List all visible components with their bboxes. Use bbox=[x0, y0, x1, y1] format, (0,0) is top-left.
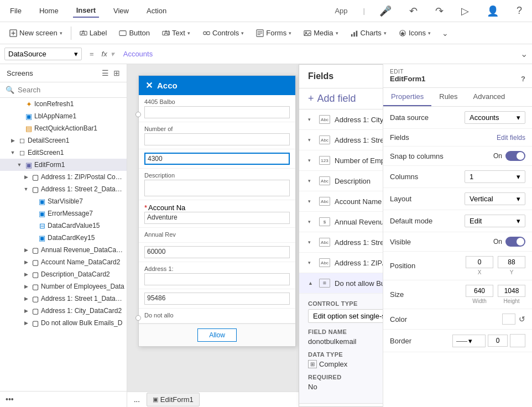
form-field-value-60000[interactable]: 60000 bbox=[144, 246, 290, 258]
charts-button[interactable]: Charts ▾ bbox=[346, 26, 392, 40]
field-item-addr-city[interactable]: ▾ Abc Address 1: City bbox=[299, 109, 383, 130]
control-type-select[interactable]: Edit option set single-select ▾ bbox=[308, 309, 383, 323]
color-swatch[interactable] bbox=[502, 314, 515, 325]
tree-item-description[interactable]: ▶ ▢ Description_DataCard2 bbox=[0, 268, 127, 280]
button-button[interactable]: Button bbox=[114, 26, 155, 40]
undo-icon[interactable]: ↶ bbox=[406, 5, 421, 17]
forms-button[interactable]: Forms ▾ bbox=[251, 26, 296, 40]
position-y-input[interactable] bbox=[498, 256, 525, 268]
play-icon[interactable]: ▷ bbox=[458, 5, 472, 17]
form-field-value-95486[interactable]: 95486 bbox=[144, 293, 290, 305]
tree-item-iconrefresh[interactable]: ✦ IconRefresh1 bbox=[0, 98, 127, 110]
label-button[interactable]: A Label bbox=[75, 26, 112, 40]
tree-expand-icon[interactable]: ▶ bbox=[22, 173, 30, 181]
tree-expand-icon[interactable]: ▼ bbox=[15, 161, 23, 169]
add-field-button[interactable]: + Add field ••• bbox=[299, 88, 383, 109]
bottom-tab-editform1[interactable]: ▣ EditForm1 bbox=[147, 393, 200, 406]
microphone-icon[interactable]: 🎤 bbox=[376, 5, 395, 17]
snap-toggle[interactable] bbox=[505, 151, 525, 161]
toolbar-more-button[interactable]: ⌄ bbox=[438, 26, 452, 40]
form-field-value-4300[interactable]: 4300 bbox=[144, 153, 290, 165]
tree-item-addrzip[interactable]: ▶ ▢ Address 1: ZIP/Postal Code_ bbox=[0, 171, 127, 183]
menu-view[interactable]: View bbox=[110, 4, 132, 17]
tree-item-annualrev[interactable]: ▶ ▢ Annual Revenue_DataCard2 bbox=[0, 244, 127, 256]
list-view-icon[interactable]: ☰ bbox=[102, 69, 109, 77]
tree-expand-icon[interactable]: ▼ bbox=[9, 149, 17, 156]
field-item-annualrev[interactable]: ▾ $ Annual Revenue bbox=[299, 212, 383, 232]
media-button[interactable]: Media ▾ bbox=[299, 26, 343, 40]
field-item-numemployees[interactable]: ▾ 123 Number of Employees bbox=[299, 150, 383, 171]
tree-item-starvisible[interactable]: ▣ StarVisible7 bbox=[0, 195, 127, 207]
tree-item-addrcity[interactable]: ▶ ▢ Address 1: City_DataCard2 bbox=[0, 305, 127, 317]
tree-item-donotallow[interactable]: ▶ ▢ Do not allow Bulk Emails_D bbox=[0, 317, 127, 329]
new-screen-button[interactable]: New screen ▾ bbox=[4, 26, 67, 40]
allow-button[interactable]: Allow bbox=[197, 328, 237, 342]
edit-fields-link[interactable]: Edit fields bbox=[497, 134, 525, 142]
size-width-input[interactable] bbox=[466, 285, 493, 297]
layout-dropdown[interactable]: Vertical ▾ bbox=[465, 192, 525, 205]
field-item-accountname[interactable]: ▾ Abc Account Name bbox=[299, 191, 383, 212]
form-field-value-1[interactable] bbox=[144, 106, 290, 118]
tree-item-addrstreet2[interactable]: ▼ ▢ Address 1: Street 2_DataCar bbox=[0, 183, 127, 195]
tree-expand-icon[interactable]: ▶ bbox=[22, 283, 30, 290]
form-field-value-description[interactable] bbox=[144, 180, 290, 196]
border-color-swatch[interactable] bbox=[510, 334, 525, 347]
form-field-value-numemployees[interactable] bbox=[144, 133, 290, 145]
field-item-addr-street1[interactable]: ▾ Abc Address 1: Street 1 bbox=[299, 130, 383, 150]
formula-expand-icon[interactable]: ⌄ bbox=[520, 49, 528, 59]
controls-button[interactable]: Controls ▾ bbox=[197, 26, 249, 40]
tree-item-editform[interactable]: ▼ ▣ EditForm1 bbox=[0, 159, 127, 171]
form-field-value-accountname[interactable]: Adventure bbox=[144, 212, 290, 224]
user-icon[interactable]: 👤 bbox=[483, 5, 502, 17]
grid-view-icon[interactable]: ⊞ bbox=[113, 69, 120, 77]
tree-expand-icon[interactable]: ▶ bbox=[22, 307, 30, 315]
tree-item-addrstreet1[interactable]: ▶ ▢ Address 1: Street 1_DataCard bbox=[0, 293, 127, 305]
icons-button[interactable]: Icons ▾ bbox=[394, 26, 436, 40]
bottom-more-button[interactable]: ... bbox=[134, 395, 140, 404]
border-style-dropdown[interactable]: —— ▾ bbox=[452, 335, 486, 347]
tree-item-lblappname[interactable]: ▣ LblAppName1 bbox=[0, 110, 127, 122]
menu-file[interactable]: File bbox=[7, 4, 25, 17]
tree-item-datacardval[interactable]: ⊟ DataCardValue15 bbox=[0, 220, 127, 232]
menu-home[interactable]: Home bbox=[36, 4, 62, 17]
field-item-description[interactable]: ▾ Abc Description bbox=[299, 171, 383, 191]
size-height-input[interactable] bbox=[498, 285, 525, 297]
text-button[interactable]: Ab Text ▾ bbox=[157, 26, 195, 40]
tree-item-numemployees[interactable]: ▶ ▢ Number of Employees_Data bbox=[0, 280, 127, 293]
field-item-addr-street2[interactable]: ▾ Abc Address 1: Street 2 bbox=[299, 232, 383, 253]
menu-insert[interactable]: Insert bbox=[73, 4, 99, 18]
visible-toggle[interactable] bbox=[505, 237, 525, 247]
formula-content[interactable]: Accounts bbox=[119, 50, 516, 58]
tree-item-detailscreen[interactable]: ▶ □ DetailScreen1 bbox=[0, 134, 127, 147]
border-width-input[interactable] bbox=[488, 335, 508, 347]
tree-expand-icon[interactable]: ▶ bbox=[22, 258, 30, 266]
position-x-input[interactable] bbox=[466, 256, 493, 268]
search-input[interactable] bbox=[18, 86, 121, 94]
tree-item-rectquick[interactable]: ▤ RectQuickActionBar1 bbox=[0, 122, 127, 134]
tree-expand-icon[interactable]: ▼ bbox=[22, 185, 30, 193]
tree-item-errormsg[interactable]: ▣ ErrorMessage7 bbox=[0, 207, 127, 220]
tab-properties[interactable]: Properties bbox=[383, 88, 431, 106]
datasource-row-dropdown[interactable]: Accounts ▾ bbox=[465, 111, 525, 124]
field-item-addr-zip[interactable]: ▾ Abc Address 1: ZIP/Postal Code bbox=[299, 253, 383, 273]
tree-item-datacardkey[interactable]: ▣ DataCardKey15 bbox=[0, 232, 127, 244]
tree-expand-icon[interactable]: ▶ bbox=[9, 137, 17, 144]
color-refresh-icon[interactable]: ↺ bbox=[519, 315, 525, 323]
defaultmode-dropdown[interactable]: Edit ▾ bbox=[465, 215, 525, 227]
tree-item-accountname[interactable]: ▶ ▢ Account Name_DataCard2 bbox=[0, 256, 127, 268]
tree-expand-icon[interactable]: ▶ bbox=[22, 295, 30, 302]
tab-rules[interactable]: Rules bbox=[431, 88, 465, 106]
help-icon[interactable]: ? bbox=[513, 5, 525, 17]
form-close-icon[interactable]: ✕ bbox=[145, 80, 153, 91]
columns-dropdown[interactable]: 1 ▾ bbox=[465, 170, 525, 183]
tree-expand-icon[interactable]: ▶ bbox=[22, 270, 30, 278]
tree-expand-icon[interactable]: ▶ bbox=[22, 319, 30, 327]
tab-advanced[interactable]: Advanced bbox=[466, 88, 513, 106]
field-item-donotallow[interactable]: ▲ ⊞ Do not allow Bulk Emails ••• bbox=[299, 273, 383, 294]
redo-icon[interactable]: ↷ bbox=[432, 5, 447, 17]
help-icon[interactable]: ? bbox=[521, 75, 525, 83]
datasource-dropdown[interactable]: DataSource ▾ bbox=[4, 48, 82, 60]
tree-more-button[interactable]: ••• bbox=[0, 391, 127, 407]
form-field-value-address1[interactable] bbox=[144, 273, 290, 285]
menu-action[interactable]: Action bbox=[143, 4, 170, 17]
